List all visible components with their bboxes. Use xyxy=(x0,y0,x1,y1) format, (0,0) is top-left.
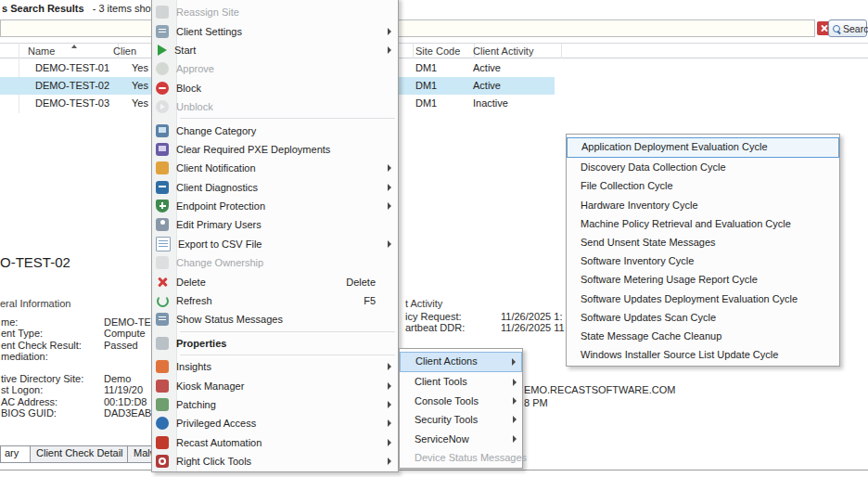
menu-item-insights[interactable]: Insights xyxy=(152,357,398,376)
search-button-label: Search xyxy=(843,23,868,34)
clear-pxe-icon xyxy=(156,143,169,156)
menu-item-patching[interactable]: Patching xyxy=(152,395,398,414)
submenu-arrow-icon xyxy=(388,164,391,172)
menu-item-block[interactable]: Block xyxy=(152,79,398,97)
results-title: s Search Results xyxy=(2,3,84,14)
menu-item-client-settings[interactable]: Client Settings xyxy=(152,21,398,40)
menu-item-label: Refresh xyxy=(176,295,212,306)
client-diagnostics-icon xyxy=(156,181,169,194)
action-send-unsent-state-messages[interactable]: Send Unsent State Messages xyxy=(567,233,839,251)
cell-client: Yes xyxy=(108,59,148,77)
client-settings-icon xyxy=(156,25,169,38)
submenu-arrow-icon xyxy=(388,240,391,248)
submenu-item-servicenow[interactable]: ServiceNow xyxy=(400,430,522,448)
export-csv-icon xyxy=(156,237,171,251)
action-application-deployment-evaluation-cycle[interactable]: Application Deployment Evaluation Cycle xyxy=(567,137,839,158)
column-icon[interactable] xyxy=(0,44,19,58)
action-discovery-data-collection-cycle[interactable]: Discovery Data Collection Cycle xyxy=(567,158,839,176)
submenu-item-label: Client Actions xyxy=(415,355,478,367)
submenu-arrow-icon xyxy=(388,46,391,54)
table-row[interactable]: DEMO-TEST-03 Yes DM1 Inactive xyxy=(0,95,868,112)
menu-item-endpoint-protection[interactable]: Endpoint Protection xyxy=(152,197,398,215)
menu-item-show-status-messages[interactable]: Show Status Messages xyxy=(152,310,398,329)
submenu-item-console-tools[interactable]: Console Tools xyxy=(400,392,522,410)
field-value: 11/26/2025 11 xyxy=(501,322,565,333)
column-site-code[interactable]: Site Code xyxy=(408,44,475,58)
action-software-updates-deployment-evaluation-cycle[interactable]: Software Updates Deployment Evaluation C… xyxy=(567,290,839,308)
field-label: artbeat DDR: xyxy=(405,322,465,333)
sort-ascending-icon xyxy=(71,45,77,48)
menu-item-client-notification[interactable]: Client Notification xyxy=(152,159,398,177)
menu-item-properties[interactable]: Properties xyxy=(152,334,398,353)
action-software-metering-usage-report-cycle[interactable]: Software Metering Usage Report Cycle xyxy=(567,270,839,289)
column-client-activity[interactable]: Client Activity xyxy=(466,44,562,58)
menu-item-kiosk-manager[interactable]: Kiosk Manager xyxy=(152,376,398,394)
menu-item-label: Edit Primary Users xyxy=(176,219,262,230)
delete-icon xyxy=(156,276,169,289)
menu-item-label: Change Ownership xyxy=(176,257,263,268)
submenu-arrow-icon xyxy=(513,379,517,386)
submenu-arrow-icon xyxy=(388,419,391,427)
submenu-item-label: ServiceNow xyxy=(415,433,469,445)
field-value: 11/26/2025 1: xyxy=(501,311,562,322)
field-label: icy Request: xyxy=(405,311,462,322)
table-row[interactable]: DEMO-TEST-01 Yes DM1 Active xyxy=(0,59,868,77)
search-input[interactable] xyxy=(0,19,815,37)
block-icon xyxy=(156,82,169,95)
field-label: ent Check Result: xyxy=(1,340,82,351)
field-label: BIOS GUID: xyxy=(1,407,57,419)
menu-item-start[interactable]: Start xyxy=(152,41,398,59)
bottom-divider xyxy=(0,470,868,471)
submenu-arrow-icon xyxy=(513,435,517,443)
action-file-collection-cycle[interactable]: File Collection Cycle xyxy=(567,176,839,195)
field-label: AC Address: xyxy=(1,396,57,407)
cell-client: Yes xyxy=(108,95,148,112)
menu-item-export-to-csv-file[interactable]: Export to CSV File xyxy=(152,235,398,253)
submenu-item-client-actions[interactable]: Client Actions xyxy=(400,352,522,372)
action-state-message-cache-cleanup[interactable]: State Message Cache Cleanup xyxy=(567,327,839,345)
time-value: 8 PM xyxy=(524,397,548,408)
unblock-icon xyxy=(156,100,169,113)
menu-item-refresh[interactable]: Refresh F5 xyxy=(152,291,398,310)
cell-activity: Inactive xyxy=(466,95,561,112)
submenu-arrow-icon xyxy=(388,401,391,408)
table-row-selected[interactable]: DEMO-TEST-02 Yes DM1 Active xyxy=(0,77,868,95)
start-icon xyxy=(158,45,167,56)
menu-item-privileged-access[interactable]: Privileged Access xyxy=(152,414,398,432)
menu-item-right-click-tools[interactable]: Right Click Tools xyxy=(152,452,398,471)
field-label: mediation: xyxy=(1,351,48,362)
action-machine-policy-retrieval-and-evaluation-cycle[interactable]: Machine Policy Retrieval and Evaluation … xyxy=(567,214,839,233)
menu-item-label: Right Click Tools xyxy=(176,456,251,467)
submenu-arrow-icon xyxy=(513,416,517,423)
submenu-arrow-icon xyxy=(388,458,391,465)
change-ownership-icon xyxy=(156,256,169,269)
submenu-item-client-tools[interactable]: Client Tools xyxy=(400,372,522,391)
search-button[interactable]: Search xyxy=(828,19,867,37)
menu-item-reassign-site: Reassign Site xyxy=(152,3,398,21)
action-software-inventory-cycle[interactable]: Software Inventory Cycle xyxy=(567,251,839,270)
submenu-arrow-icon xyxy=(512,358,516,366)
menu-item-delete[interactable]: Delete Delete xyxy=(152,272,398,290)
menu-item-label: Show Status Messages xyxy=(176,314,283,325)
action-software-updates-scan-cycle[interactable]: Software Updates Scan Cycle xyxy=(567,308,839,327)
action-windows-installer-source-list-update-cycle[interactable]: Windows Installer Source List Update Cyc… xyxy=(567,345,839,364)
menu-item-client-diagnostics[interactable]: Client Diagnostics xyxy=(152,178,398,197)
results-header: s Search Results - 3 items shown xyxy=(2,2,164,15)
menu-item-change-category[interactable]: Change Category xyxy=(152,121,398,139)
client-notification-icon xyxy=(156,161,169,174)
column-client-label: Clien xyxy=(113,45,136,57)
column-name[interactable]: Name xyxy=(19,44,119,58)
tab-client-check-detail[interactable]: Client Check Detail xyxy=(30,445,138,463)
menu-item-label: Properties xyxy=(176,338,226,349)
menu-item-clear-required-pxe-deployments[interactable]: Clear Required PXE Deployments xyxy=(152,140,398,159)
column-name-label: Name xyxy=(28,45,55,57)
menu-item-edit-primary-users[interactable]: Edit Primary Users xyxy=(152,215,398,234)
cell-activity: Active xyxy=(466,77,561,95)
menu-item-label: Client Diagnostics xyxy=(176,182,258,193)
submenu-item-device-status-messages: Device Status Messages xyxy=(400,448,522,467)
menu-item-recast-automation[interactable]: Recast Automation xyxy=(152,433,398,452)
privileged-access-icon xyxy=(156,417,169,430)
action-hardware-inventory-cycle[interactable]: Hardware Inventory Cycle xyxy=(567,196,839,214)
submenu-item-security-tools[interactable]: Security Tools xyxy=(400,410,522,429)
endpoint-protection-icon xyxy=(156,200,169,213)
